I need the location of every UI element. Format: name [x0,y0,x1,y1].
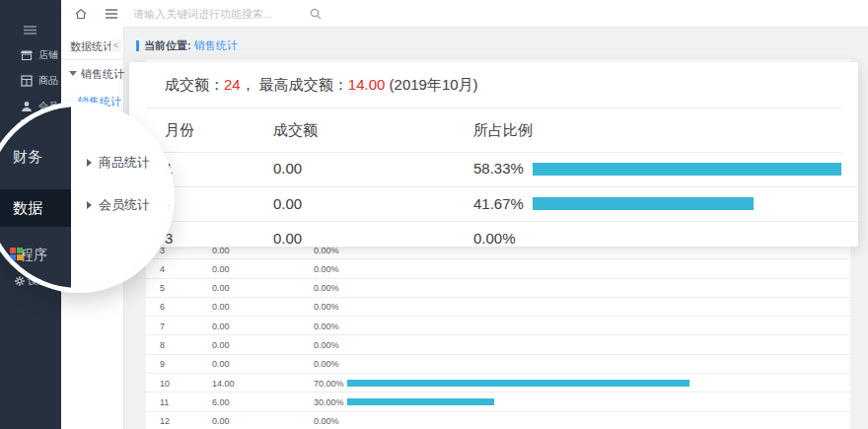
table-cell: 41.67% [473,195,524,212]
stats-label-max: ， 最高成交额： [241,76,348,93]
stats-total-value: 24 [224,76,241,93]
table-cell: 5 [160,283,165,293]
sidebar-item-program[interactable]: 程序 [20,247,47,264]
table-cell: 4 [160,264,165,274]
table-row: 60.000.00% [146,298,850,317]
top-header [61,0,868,28]
table-cell: 0.00% [314,359,339,369]
search-input[interactable] [131,3,311,25]
chevron-down-icon [69,71,77,76]
sidebar-item-label: 店铺 [38,47,58,63]
table-cell: 30.00% [314,397,344,407]
collapse-button[interactable]: < [110,39,121,52]
stats-period: (2019年10月) [385,76,477,93]
table-cell: 0.00% [314,302,339,312]
table-cell: 12 [160,416,170,426]
table-cell: 0.00% [314,264,339,274]
stats-label-total: 成交额： [165,76,224,93]
table-cell: 0.00 [212,416,230,426]
chevron-right-icon [87,201,92,209]
table-cell: 0.00 [273,230,302,247]
divider [61,59,123,60]
gear-icon [14,275,26,287]
table-cell: 0.00 [212,322,230,331]
home-icon[interactable] [74,7,88,21]
tree-item-goods-stats[interactable]: 商品统计 [87,154,150,172]
table-row: 10.0058.33% [129,152,858,187]
table-cell: 14.00 [212,379,235,389]
table-cell: 0.00 [212,340,230,350]
table-cell: 70.00% [314,379,344,389]
table-cell: 11 [160,397,169,407]
table-row: 30.000.00% [129,222,858,250]
sales-stats-card: 成交额：24， 最高成交额：14.00 (2019年10月) 月份 成交额 所占… [129,62,858,247]
chevron-right-icon [87,159,92,167]
sidebar-item-label: 商品 [38,73,58,89]
goods-icon [21,75,33,87]
col-header-amount: 成交额 [273,121,318,140]
table-cell: 0.00 [212,283,230,293]
percentage-bar [347,380,689,387]
table-header-row: 月份 成交额 所占比例 [129,107,858,152]
col-header-month: 月份 [165,121,194,140]
stats-line: 成交额：24， 最高成交额：14.00 (2019年10月) [165,76,478,95]
table-cell: 0.00% [314,283,339,293]
stats-max-value: 14.00 [348,76,386,93]
table-row: 20.0041.67% [129,187,858,223]
table-row: 40.000.00% [146,259,850,278]
tree-item-member-stats[interactable]: 会员统计 [87,196,150,214]
table-cell: 9 [160,359,165,369]
table-cell: 0.00 [212,264,230,274]
table-cell: 0.00% [314,416,339,426]
table-row: 50.000.00% [146,279,850,298]
table-cell: 0.00 [212,359,230,369]
percentage-bar [533,197,754,210]
col-header-percent: 所占比例 [473,121,533,140]
member-icon [21,101,33,112]
table-row: 116.0030.00% [146,393,850,411]
breadcrumb-accent-bar [136,40,139,51]
sidebar-item-finance[interactable]: 财务 [13,148,42,167]
submenu-title: 数据统计 [70,39,113,54]
tree-item-label: 商品统计 [99,155,150,170]
table-cell: 8 [160,340,165,350]
tree-item-label: 销售统计 [81,68,124,80]
table-cell: 7 [160,322,165,331]
breadcrumb-current-link[interactable]: 销售统计 [194,39,238,51]
mini-program-icon [10,248,23,260]
search-icon[interactable] [310,8,322,20]
percentage-bar [347,398,494,405]
base-table: 30.000.00%40.000.00%50.000.00%60.000.00%… [146,241,850,429]
table-cell: 6 [160,302,165,312]
table-cell: 0.00% [314,322,339,331]
store-icon [21,49,33,61]
sidebar-item-data-active[interactable]: 数据 [13,199,42,218]
sidebar-collapse-icon[interactable] [24,26,36,35]
table-row: 80.000.00% [146,335,850,354]
breadcrumb: 当前位置: 销售统计 [136,39,238,53]
table-cell: 0.00% [473,230,516,247]
table-cell: 10 [160,379,170,389]
breadcrumb-label: 当前位置: [144,39,191,51]
table-cell: 6.00 [212,397,230,407]
table-cell: 0.00% [314,340,339,350]
table-row: 1014.0070.00% [146,374,850,393]
table-cell: 0.00 [273,195,302,212]
table-row: 90.000.00% [146,355,850,374]
table-row: 120.000.00% [146,412,850,429]
table-cell: 0.00 [273,160,302,177]
table-cell: 3 [165,230,173,247]
tree-item-sales-stats[interactable]: 销售统计 [69,67,124,82]
tree-item-label: 会员统计 [99,197,150,212]
sidebar-item-goods[interactable]: 商品 [0,73,61,89]
menu-toggle-icon[interactable] [105,7,118,21]
admin-dashboard: 当前位置: 销售统计 30.000.00%40.000.00%50.000.00… [0,0,868,429]
table-cell: 0.00 [212,302,230,312]
card-table: 10.0058.33%20.0041.67%30.000.00% [129,152,858,250]
table-row: 70.000.00% [146,317,850,335]
percentage-bar [533,163,841,176]
sidebar-item-shop[interactable]: 店铺 [0,47,61,63]
table-cell: 58.33% [473,160,524,177]
